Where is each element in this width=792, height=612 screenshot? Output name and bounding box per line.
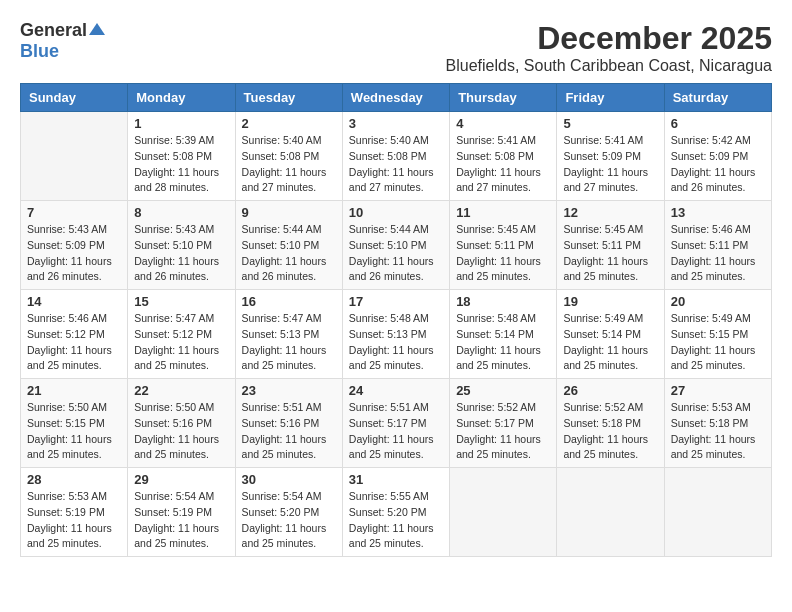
day-info: Sunrise: 5:45 AM Sunset: 5:11 PM Dayligh…: [456, 222, 550, 285]
day-info: Sunrise: 5:50 AM Sunset: 5:16 PM Dayligh…: [134, 400, 228, 463]
day-number: 23: [242, 383, 336, 398]
day-number: 5: [563, 116, 657, 131]
day-number: 20: [671, 294, 765, 309]
logo-blue-text: Blue: [20, 41, 59, 61]
calendar-cell: 10Sunrise: 5:44 AM Sunset: 5:10 PM Dayli…: [342, 201, 449, 290]
calendar-cell: 9Sunrise: 5:44 AM Sunset: 5:10 PM Daylig…: [235, 201, 342, 290]
day-number: 2: [242, 116, 336, 131]
day-number: 29: [134, 472, 228, 487]
day-number: 30: [242, 472, 336, 487]
day-number: 22: [134, 383, 228, 398]
logo-general-text: General: [20, 20, 87, 41]
calendar-cell: 8Sunrise: 5:43 AM Sunset: 5:10 PM Daylig…: [128, 201, 235, 290]
day-number: 26: [563, 383, 657, 398]
title-block: December 2025 Bluefields, South Caribbea…: [446, 20, 772, 75]
day-info: Sunrise: 5:44 AM Sunset: 5:10 PM Dayligh…: [242, 222, 336, 285]
calendar-week-row: 1Sunrise: 5:39 AM Sunset: 5:08 PM Daylig…: [21, 112, 772, 201]
calendar-cell: 11Sunrise: 5:45 AM Sunset: 5:11 PM Dayli…: [450, 201, 557, 290]
day-info: Sunrise: 5:50 AM Sunset: 5:15 PM Dayligh…: [27, 400, 121, 463]
calendar-cell: 21Sunrise: 5:50 AM Sunset: 5:15 PM Dayli…: [21, 379, 128, 468]
weekday-header-tuesday: Tuesday: [235, 84, 342, 112]
calendar-cell: 18Sunrise: 5:48 AM Sunset: 5:14 PM Dayli…: [450, 290, 557, 379]
calendar-cell: 14Sunrise: 5:46 AM Sunset: 5:12 PM Dayli…: [21, 290, 128, 379]
day-number: 6: [671, 116, 765, 131]
day-number: 8: [134, 205, 228, 220]
day-info: Sunrise: 5:40 AM Sunset: 5:08 PM Dayligh…: [349, 133, 443, 196]
day-info: Sunrise: 5:54 AM Sunset: 5:19 PM Dayligh…: [134, 489, 228, 552]
day-info: Sunrise: 5:53 AM Sunset: 5:18 PM Dayligh…: [671, 400, 765, 463]
calendar-cell: 4Sunrise: 5:41 AM Sunset: 5:08 PM Daylig…: [450, 112, 557, 201]
day-info: Sunrise: 5:39 AM Sunset: 5:08 PM Dayligh…: [134, 133, 228, 196]
day-number: 4: [456, 116, 550, 131]
svg-marker-0: [89, 23, 105, 35]
calendar-cell: 7Sunrise: 5:43 AM Sunset: 5:09 PM Daylig…: [21, 201, 128, 290]
calendar-cell: 26Sunrise: 5:52 AM Sunset: 5:18 PM Dayli…: [557, 379, 664, 468]
calendar-week-row: 7Sunrise: 5:43 AM Sunset: 5:09 PM Daylig…: [21, 201, 772, 290]
calendar-cell: 13Sunrise: 5:46 AM Sunset: 5:11 PM Dayli…: [664, 201, 771, 290]
day-info: Sunrise: 5:48 AM Sunset: 5:13 PM Dayligh…: [349, 311, 443, 374]
calendar-cell: 5Sunrise: 5:41 AM Sunset: 5:09 PM Daylig…: [557, 112, 664, 201]
day-number: 31: [349, 472, 443, 487]
day-info: Sunrise: 5:52 AM Sunset: 5:18 PM Dayligh…: [563, 400, 657, 463]
calendar-cell: 22Sunrise: 5:50 AM Sunset: 5:16 PM Dayli…: [128, 379, 235, 468]
day-number: 28: [27, 472, 121, 487]
logo-triangle-icon: [89, 21, 105, 41]
day-info: Sunrise: 5:40 AM Sunset: 5:08 PM Dayligh…: [242, 133, 336, 196]
calendar-cell: 29Sunrise: 5:54 AM Sunset: 5:19 PM Dayli…: [128, 468, 235, 557]
day-number: 1: [134, 116, 228, 131]
day-number: 24: [349, 383, 443, 398]
weekday-header-sunday: Sunday: [21, 84, 128, 112]
day-info: Sunrise: 5:46 AM Sunset: 5:12 PM Dayligh…: [27, 311, 121, 374]
calendar-week-row: 14Sunrise: 5:46 AM Sunset: 5:12 PM Dayli…: [21, 290, 772, 379]
calendar-cell: 17Sunrise: 5:48 AM Sunset: 5:13 PM Dayli…: [342, 290, 449, 379]
weekday-header-thursday: Thursday: [450, 84, 557, 112]
page-title: December 2025: [446, 20, 772, 57]
day-number: 3: [349, 116, 443, 131]
day-info: Sunrise: 5:47 AM Sunset: 5:12 PM Dayligh…: [134, 311, 228, 374]
calendar-cell: 23Sunrise: 5:51 AM Sunset: 5:16 PM Dayli…: [235, 379, 342, 468]
page-header: General Blue December 2025 Bluefields, S…: [20, 20, 772, 75]
day-number: 14: [27, 294, 121, 309]
calendar-cell: [664, 468, 771, 557]
day-number: 11: [456, 205, 550, 220]
calendar-cell: [21, 112, 128, 201]
calendar-cell: 31Sunrise: 5:55 AM Sunset: 5:20 PM Dayli…: [342, 468, 449, 557]
calendar-cell: 24Sunrise: 5:51 AM Sunset: 5:17 PM Dayli…: [342, 379, 449, 468]
day-info: Sunrise: 5:47 AM Sunset: 5:13 PM Dayligh…: [242, 311, 336, 374]
day-number: 10: [349, 205, 443, 220]
day-info: Sunrise: 5:45 AM Sunset: 5:11 PM Dayligh…: [563, 222, 657, 285]
weekday-header-saturday: Saturday: [664, 84, 771, 112]
day-number: 15: [134, 294, 228, 309]
day-info: Sunrise: 5:49 AM Sunset: 5:14 PM Dayligh…: [563, 311, 657, 374]
day-info: Sunrise: 5:46 AM Sunset: 5:11 PM Dayligh…: [671, 222, 765, 285]
day-number: 19: [563, 294, 657, 309]
calendar-cell: 27Sunrise: 5:53 AM Sunset: 5:18 PM Dayli…: [664, 379, 771, 468]
weekday-header-wednesday: Wednesday: [342, 84, 449, 112]
day-info: Sunrise: 5:44 AM Sunset: 5:10 PM Dayligh…: [349, 222, 443, 285]
day-info: Sunrise: 5:53 AM Sunset: 5:19 PM Dayligh…: [27, 489, 121, 552]
calendar-cell: 12Sunrise: 5:45 AM Sunset: 5:11 PM Dayli…: [557, 201, 664, 290]
calendar-cell: 19Sunrise: 5:49 AM Sunset: 5:14 PM Dayli…: [557, 290, 664, 379]
day-number: 25: [456, 383, 550, 398]
day-number: 13: [671, 205, 765, 220]
weekday-header-row: SundayMondayTuesdayWednesdayThursdayFrid…: [21, 84, 772, 112]
calendar-cell: 6Sunrise: 5:42 AM Sunset: 5:09 PM Daylig…: [664, 112, 771, 201]
day-info: Sunrise: 5:43 AM Sunset: 5:09 PM Dayligh…: [27, 222, 121, 285]
calendar-cell: 15Sunrise: 5:47 AM Sunset: 5:12 PM Dayli…: [128, 290, 235, 379]
day-number: 27: [671, 383, 765, 398]
day-info: Sunrise: 5:48 AM Sunset: 5:14 PM Dayligh…: [456, 311, 550, 374]
day-number: 16: [242, 294, 336, 309]
calendar-cell: [557, 468, 664, 557]
calendar-week-row: 28Sunrise: 5:53 AM Sunset: 5:19 PM Dayli…: [21, 468, 772, 557]
day-number: 21: [27, 383, 121, 398]
calendar-cell: 16Sunrise: 5:47 AM Sunset: 5:13 PM Dayli…: [235, 290, 342, 379]
day-info: Sunrise: 5:54 AM Sunset: 5:20 PM Dayligh…: [242, 489, 336, 552]
day-info: Sunrise: 5:52 AM Sunset: 5:17 PM Dayligh…: [456, 400, 550, 463]
day-info: Sunrise: 5:55 AM Sunset: 5:20 PM Dayligh…: [349, 489, 443, 552]
calendar-cell: 3Sunrise: 5:40 AM Sunset: 5:08 PM Daylig…: [342, 112, 449, 201]
calendar-cell: 30Sunrise: 5:54 AM Sunset: 5:20 PM Dayli…: [235, 468, 342, 557]
calendar-cell: [450, 468, 557, 557]
weekday-header-friday: Friday: [557, 84, 664, 112]
logo: General Blue: [20, 20, 105, 62]
page-subtitle: Bluefields, South Caribbean Coast, Nicar…: [446, 57, 772, 75]
